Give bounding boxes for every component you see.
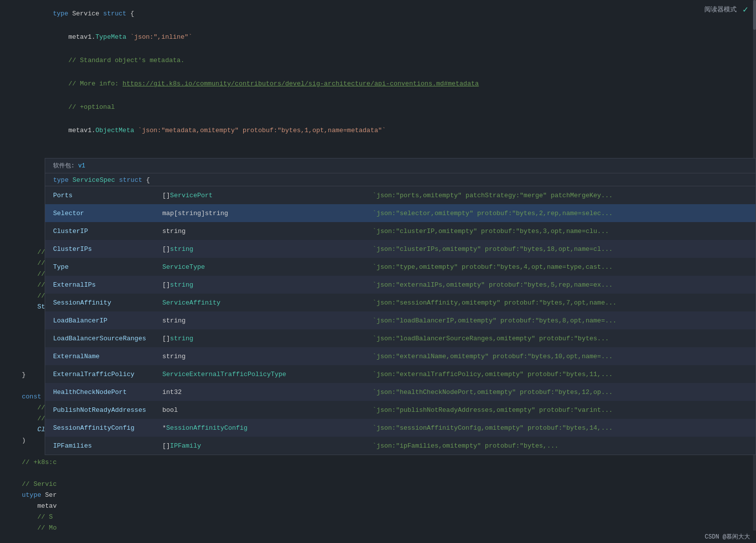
code-line <box>0 142 756 153</box>
field-name[interactable]: LoadBalancerIP <box>45 311 154 329</box>
field-name[interactable]: IPFamilies <box>45 437 154 455</box>
code-line <box>0 467 756 478</box>
field-type: string <box>154 222 365 240</box>
field-json-tag: `json:"selector,omitempty" protobuf:"byt… <box>365 204 756 222</box>
field-json-tag: `json:"sessionAffinity,omitempty" protob… <box>365 294 756 311</box>
code-line: metav1.TypeMeta `json:",inline"` <box>0 25 756 49</box>
field-name[interactable]: ExternalIPs <box>45 276 154 294</box>
field-type: []string <box>154 329 365 347</box>
field-json-tag: `json:"clusterIP,omitempty" protobuf:"by… <box>365 222 756 240</box>
field-json-tag: `json:"ipFamilies,omitempty" protobuf:"b… <box>365 437 756 455</box>
package-label: 软件包: <box>53 162 74 169</box>
field-type: *SessionAffinityConfig <box>154 419 365 437</box>
struct-definition: type ServiceSpec struct { <box>45 173 756 186</box>
field-json-tag: `json:"ports,omitempty" patchStrategy:"m… <box>365 186 756 204</box>
field-name[interactable]: ExternalTrafficPolicy <box>45 365 154 383</box>
field-name[interactable]: ClusterIPs <box>45 240 154 258</box>
field-type: []string <box>154 276 365 294</box>
field-name[interactable]: LoadBalancerSourceRanges <box>45 329 154 347</box>
field-json-tag: `json:"sessionAffinityConfig,omitempty" … <box>365 419 756 437</box>
field-type: ServiceExternalTrafficPolicyType <box>154 365 365 383</box>
field-json-tag: `json:"externalTrafficPolicy,omitempty" … <box>365 365 756 383</box>
field-type: string <box>154 311 365 329</box>
code-line: // S <box>0 511 756 522</box>
field-json-tag: `json:"clusterIPs,omitempty" protobuf:"b… <box>365 240 756 258</box>
field-json-tag: `json:"type,omitempty" protobuf:"bytes,4… <box>365 258 756 276</box>
field-json-tag: `json:"loadBalancerSourceRanges,omitempt… <box>365 329 756 347</box>
check-icon: ✓ <box>743 4 748 15</box>
field-json-tag: `json:"publishNotReadyAddresses,omitempt… <box>365 401 756 419</box>
field-type: int32 <box>154 383 365 401</box>
field-json-tag: `json:"externalName,omitempty" protobuf:… <box>365 347 756 365</box>
code-line: metav <box>0 500 756 511</box>
field-type: ServiceAffinity <box>154 294 365 311</box>
package-version: v1 <box>78 162 85 169</box>
field-type: map[string]string <box>154 204 365 222</box>
field-name[interactable]: Ports <box>45 186 154 204</box>
code-line: // More info: https://git.k8s.io/communi… <box>0 72 756 95</box>
field-type: []string <box>154 240 365 258</box>
code-line: // +optional <box>0 95 756 119</box>
field-json-tag: `json:"healthCheckNodePort,omitempty" pr… <box>365 383 756 401</box>
field-json-tag: `json:"externalIPs,omitempty" protobuf:"… <box>365 276 756 294</box>
field-type: []ServicePort <box>154 186 365 204</box>
tooltip-header: 软件包: v1 <box>45 158 756 173</box>
tooltip-popup: 软件包: v1 type ServiceSpec struct { Ports[… <box>45 158 756 455</box>
field-name[interactable]: HealthCheckNodePort <box>45 383 154 401</box>
code-line: // Standard object's metadata. <box>0 49 756 72</box>
field-type: bool <box>154 401 365 419</box>
code-line: utype Ser <box>0 489 756 500</box>
code-line: // Servic <box>0 478 756 489</box>
bottom-bar: CSDN @慕闲大大 <box>699 531 756 543</box>
field-type: []IPFamily <box>154 437 365 455</box>
field-name[interactable]: ClusterIP <box>45 222 154 240</box>
field-name[interactable]: SessionAffinityConfig <box>45 419 154 437</box>
field-name[interactable]: PublishNotReadyAddresses <box>45 401 154 419</box>
field-type: ServiceType <box>154 258 365 276</box>
code-editor: 阅读器模式 ✓ type Service struct { metav1.Typ… <box>0 0 756 543</box>
code-line: // Mo <box>0 522 756 533</box>
fields-table: Ports[]ServicePort`json:"ports,omitempty… <box>45 186 756 455</box>
field-name[interactable]: Selector <box>45 204 154 222</box>
top-bar: 阅读器模式 ✓ <box>696 0 756 19</box>
field-name[interactable]: ExternalName <box>45 347 154 365</box>
field-type: string <box>154 347 365 365</box>
code-line: metav1.ObjectMeta `json:"metadata,omitem… <box>0 119 756 142</box>
field-name[interactable]: SessionAffinity <box>45 294 154 311</box>
field-name[interactable]: Type <box>45 258 154 276</box>
code-line: // +k8s:c <box>0 457 756 467</box>
reader-mode-button[interactable]: 阅读器模式 <box>704 5 737 14</box>
code-line: type Service struct { <box>0 2 756 25</box>
field-json-tag: `json:"loadBalancerIP,omitempty" protobu… <box>365 311 756 329</box>
